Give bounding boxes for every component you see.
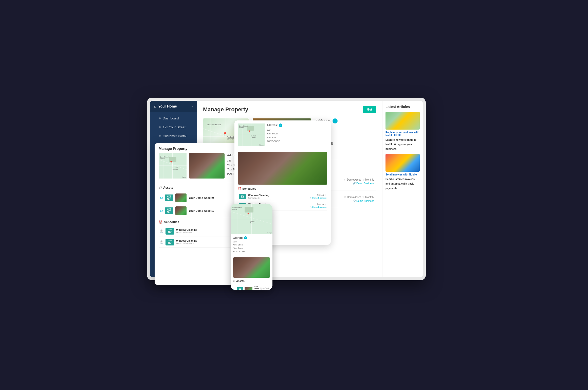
asset-tag-text-0: Demo Asset xyxy=(347,178,361,181)
phone-assets-section: 🏷 Assets 🏷 Apr 07 Your Demo Asset 0 xyxy=(231,280,272,290)
phone-info-badge[interactable]: i xyxy=(244,236,247,239)
articles-title: Latest Articles xyxy=(385,105,420,109)
second-tablet-sched-biz-0: 🔗Demo Business xyxy=(310,197,326,199)
asset-tag-text-1: Demo Asset xyxy=(347,196,361,199)
tag-small-icon-1: 🏷 xyxy=(344,196,346,199)
tablet-asset-thumb-1 xyxy=(175,206,187,215)
second-tablet-sched-biz-1: 🔗Demo Business xyxy=(310,206,326,208)
second-tablet-info-badge[interactable]: i xyxy=(279,123,282,127)
article-link-0[interactable]: Register your business with Nubilo FREE xyxy=(385,131,420,137)
second-tablet-addr-label: Address: i xyxy=(267,123,327,127)
phone-asset-tag-text-0: Demo Asset xyxy=(261,287,269,289)
nav-dot-icon xyxy=(159,117,161,119)
second-tablet-sched-title: ⏰ Schedules xyxy=(238,187,327,190)
info-badge-icon[interactable]: i xyxy=(333,118,338,123)
article-item-1[interactable]: Send Invoices with Nubilo Send customer … xyxy=(385,154,420,190)
second-tablet-addr-0: 123 xyxy=(267,128,327,132)
second-tablet-map: 📍 Queen ElizabethHospital WoolwichCommon… xyxy=(238,123,265,146)
phone-sync-icon-0: ↻ xyxy=(261,289,262,290)
tablet-tag-icon-0: 🏷 xyxy=(160,196,163,200)
phone-garden-image xyxy=(233,257,270,278)
tablet-map-pin: 📍 xyxy=(169,161,173,164)
second-tablet-sched-meta-1: ↻ Monthly 🔗Demo Business xyxy=(310,203,326,208)
svg-rect-21 xyxy=(245,207,253,212)
second-tablet-sched-row-0[interactable]: Jun 07 Window Cleaning Schedule 0 ↻ Mont… xyxy=(238,192,327,201)
tablet-assets-title-text: Assets xyxy=(163,186,173,189)
second-tablet-addr-text: 123 Your Street Your Town POST CODE xyxy=(267,128,327,144)
sidebar-item-street[interactable]: 123 Your Street xyxy=(150,123,197,132)
phone-addr-3: POST CODE xyxy=(233,250,270,253)
asset-tag-0: 🏷 Demo Asset ↻ Monthly xyxy=(344,178,374,181)
sidebar-item-portal[interactable]: Customer Portal xyxy=(150,132,197,140)
second-tablet-credit: ©Google xyxy=(259,144,264,146)
sidebar-header[interactable]: ⌂ Your Home ▾ xyxy=(150,101,197,112)
second-tablet-property: 📍 Queen ElizabethHospital WoolwichCommon… xyxy=(238,123,327,149)
second-tablet-sched-meta-0: ↻ Monthly 🔗Demo Business xyxy=(310,194,326,199)
second-tablet-addr-1: Your Street xyxy=(267,132,327,136)
nav-dot-icon xyxy=(159,126,161,128)
tag-small-icon: 🏷 xyxy=(344,178,346,181)
link-icon-0: 🔗 xyxy=(353,182,356,185)
tablet-date-day-1: 07 xyxy=(166,210,172,213)
home-icon: ⌂ xyxy=(154,104,156,108)
tablet-map-credit: ©2020 xyxy=(182,176,186,178)
sidebar-nav: Dashboard 123 Your Street Customer Porta… xyxy=(150,112,197,143)
article-img-0 xyxy=(385,112,420,130)
asset-business-1: 🔗 Demo Business xyxy=(353,200,374,202)
second-tablet-sched-sub-0: Schedule 0 xyxy=(248,197,308,199)
phone-content: 📍 Queen ElizabethHospital WoolwichCommon… xyxy=(231,204,272,290)
asset-meta-1: 🏷 Demo Asset ↻ Monthly 🔗 Demo Business xyxy=(344,196,374,202)
phone-map-label-1: Queen ElizabethHospital xyxy=(232,207,242,210)
sidebar-item-dashboard[interactable]: Dashboard xyxy=(150,114,197,123)
phone-date-badge-0: Apr 07 xyxy=(237,287,243,290)
map-pin-icon: 📍 xyxy=(222,132,227,137)
tablet-map-label-woolwich: WoolwichCommon xyxy=(173,167,178,170)
tablet-tag-icon-1: 🏷 xyxy=(160,209,163,212)
phone-map-credit: ©Google xyxy=(267,232,272,234)
second-tablet-label-1: Queen ElizabethHospital xyxy=(239,125,248,128)
article-desc-1: Send customer invoices and automatically… xyxy=(385,178,415,190)
phone-asset-info-0: Your Demo Asset 0 xyxy=(254,285,259,290)
article-item-0[interactable]: Register your business with Nubilo FREE … xyxy=(385,112,420,151)
second-tablet-addr-3: POST CODE xyxy=(267,139,327,143)
phone-address-label-text: Address: xyxy=(233,237,243,239)
phone-address-label: Address: i xyxy=(233,236,270,239)
phone-asset-tag-0: Demo Asset ↻ xyxy=(261,287,270,290)
phone-asset-meta-0: Demo Asset ↻ Monthly xyxy=(261,287,270,290)
right-sidebar: Latest Articles Register your business w… xyxy=(382,101,423,277)
get-button[interactable]: Get xyxy=(363,106,376,113)
page-title: Manage Property xyxy=(203,106,248,113)
phone-addr-2: Your Town xyxy=(233,247,270,250)
asset-business-0: 🔗 Demo Business xyxy=(353,182,374,185)
scene: ⌂ Your Home ▾ Dashboard 123 Your Street xyxy=(147,98,441,293)
phone-tag-icon-title: 🏷 xyxy=(233,280,235,282)
page-header: Manage Property Get xyxy=(203,106,376,113)
tablet-asset-name-0: Your Demo Asset 0 xyxy=(189,196,238,199)
tablet-sched-day-1: 07 xyxy=(167,241,173,245)
second-tablet-sched-badge-0: Jun 07 xyxy=(239,194,246,199)
phone-map-pin: 📍 xyxy=(247,213,250,216)
second-tablet-garden xyxy=(238,152,327,185)
tablet-date-badge-1: Apr 07 xyxy=(165,207,173,214)
asset-meta-0: 🏷 Demo Asset ↻ Monthly 🔗 Demo Business xyxy=(344,178,374,185)
second-tablet-label-2: WoolwichCommon xyxy=(251,135,256,138)
asset-freq-1: Monthly xyxy=(365,196,374,199)
phone-addr-1: Your Street xyxy=(233,243,270,247)
second-tablet-sched-freq-0: ↻ Monthly xyxy=(317,194,326,196)
tablet-sched-day-0: 07 xyxy=(167,231,173,234)
second-tablet-pin: 📍 xyxy=(248,130,251,133)
second-tablet-sched-biz-text-0: Demo Business xyxy=(312,197,326,199)
tablet-clock-icon-0: 🕐 xyxy=(160,229,163,233)
tablet-date-day-0: 07 xyxy=(166,197,172,200)
second-tablet-sched-freq-1: ↻ Monthly xyxy=(317,203,326,205)
asset-biz-text-1: Demo Business xyxy=(356,200,374,202)
article-img-1 xyxy=(385,154,420,172)
phone-device: 📍 Queen ElizabethHospital WoolwichCommon… xyxy=(231,204,272,290)
article-link-1[interactable]: Send Invoices with Nubilo xyxy=(385,173,420,176)
phone-asset-row-0[interactable]: 🏷 Apr 07 Your Demo Asset 0 Demo Asset ↻ xyxy=(233,284,270,290)
phone-asset-name-0: Your Demo Asset 0 xyxy=(254,285,259,290)
phone-asset-thumb-0 xyxy=(245,287,252,290)
tablet-asset-thumb-0 xyxy=(175,193,187,202)
tablet-garden-image xyxy=(189,153,225,179)
second-tablet-addr-2: Your Town xyxy=(267,136,327,139)
